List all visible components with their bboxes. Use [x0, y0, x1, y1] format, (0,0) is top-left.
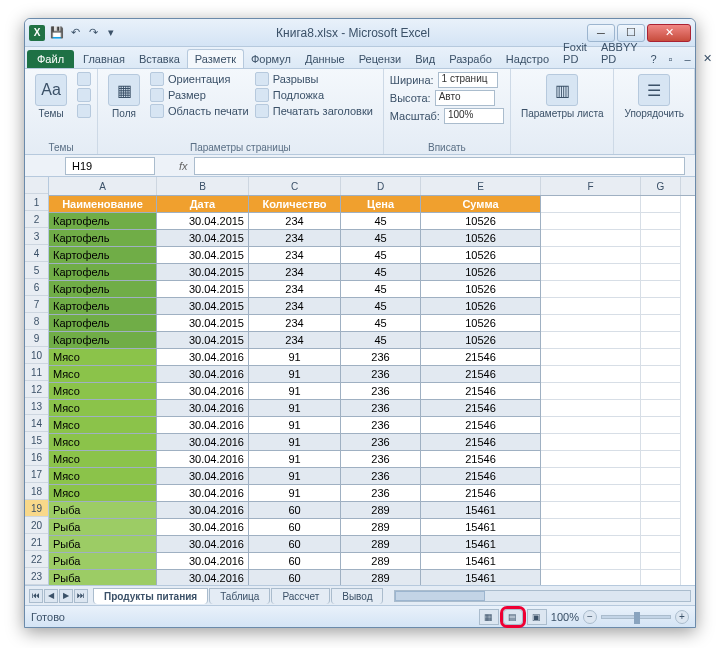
zoom-slider[interactable] — [601, 615, 671, 619]
sheet-tab[interactable]: Продукты питания — [93, 588, 208, 604]
cell[interactable]: 289 — [341, 570, 421, 585]
empty-cell[interactable] — [641, 553, 681, 570]
cell[interactable]: 30.04.2016 — [157, 417, 249, 434]
tab-file[interactable]: Файл — [27, 50, 74, 68]
cell[interactable]: 91 — [249, 468, 341, 485]
scale-input[interactable]: 100% — [444, 108, 504, 124]
empty-cell[interactable] — [641, 213, 681, 230]
column-header-D[interactable]: D — [341, 177, 421, 195]
breaks-button[interactable]: Разрывы — [255, 72, 373, 86]
cell[interactable]: 236 — [341, 468, 421, 485]
column-header-G[interactable]: G — [641, 177, 681, 195]
cell[interactable]: 234 — [249, 332, 341, 349]
row-header-22[interactable]: 22 — [25, 551, 48, 568]
height-input[interactable]: Авто — [435, 90, 495, 106]
cell[interactable]: 30.04.2016 — [157, 468, 249, 485]
cell[interactable]: 30.04.2016 — [157, 553, 249, 570]
empty-cell[interactable] — [541, 502, 641, 519]
empty-cell[interactable] — [641, 264, 681, 281]
cell[interactable]: Картофель — [49, 213, 157, 230]
empty-cell[interactable] — [541, 468, 641, 485]
cell[interactable]: Картофель — [49, 247, 157, 264]
cell[interactable]: 15461 — [421, 502, 541, 519]
cell[interactable]: Мясо — [49, 485, 157, 502]
cell[interactable]: 45 — [341, 315, 421, 332]
view-normal-button[interactable]: ▦ — [479, 609, 499, 625]
cell[interactable]: 234 — [249, 281, 341, 298]
zoom-thumb[interactable] — [634, 612, 640, 624]
cell[interactable]: 30.04.2016 — [157, 451, 249, 468]
cell[interactable]: 30.04.2016 — [157, 502, 249, 519]
tab-формул[interactable]: Формул — [244, 50, 298, 68]
sheet-nav-last-icon[interactable]: ⏭ — [74, 589, 88, 603]
cell[interactable]: 289 — [341, 519, 421, 536]
cell[interactable]: 234 — [249, 298, 341, 315]
cell[interactable]: 234 — [249, 247, 341, 264]
tab-главная[interactable]: Главная — [76, 50, 132, 68]
cell[interactable]: 91 — [249, 383, 341, 400]
cell[interactable]: 236 — [341, 417, 421, 434]
empty-cell[interactable] — [641, 281, 681, 298]
empty-cell[interactable] — [541, 400, 641, 417]
row-header-7[interactable]: 7 — [25, 296, 48, 313]
cell[interactable]: 91 — [249, 485, 341, 502]
empty-cell[interactable] — [641, 434, 681, 451]
cell[interactable]: 10526 — [421, 332, 541, 349]
empty-cell[interactable] — [541, 553, 641, 570]
row-header-20[interactable]: 20 — [25, 517, 48, 534]
empty-cell[interactable] — [541, 332, 641, 349]
empty-cell[interactable] — [641, 349, 681, 366]
cell[interactable]: 45 — [341, 332, 421, 349]
scroll-thumb[interactable] — [395, 591, 485, 601]
empty-cell[interactable] — [641, 298, 681, 315]
zoom-out-button[interactable]: − — [583, 610, 597, 624]
view-page-layout-button[interactable]: ▤ — [503, 609, 523, 625]
table-header-cell[interactable]: Наименование — [49, 196, 157, 213]
cell[interactable]: Картофель — [49, 281, 157, 298]
cell[interactable]: 236 — [341, 349, 421, 366]
cell[interactable]: 30.04.2015 — [157, 247, 249, 264]
horizontal-scrollbar[interactable] — [394, 590, 691, 602]
cell[interactable]: 45 — [341, 213, 421, 230]
cell[interactable]: 236 — [341, 383, 421, 400]
empty-cell[interactable] — [641, 451, 681, 468]
cell[interactable]: 30.04.2016 — [157, 400, 249, 417]
redo-icon[interactable]: ↷ — [85, 25, 101, 41]
tab-foxit pd[interactable]: Foxit PD — [556, 38, 594, 68]
empty-cell[interactable] — [541, 247, 641, 264]
cell[interactable]: 91 — [249, 434, 341, 451]
cell[interactable]: 289 — [341, 502, 421, 519]
empty-cell[interactable] — [541, 315, 641, 332]
orientation-button[interactable]: Ориентация — [150, 72, 249, 86]
cell[interactable]: 236 — [341, 400, 421, 417]
cell[interactable]: 21546 — [421, 366, 541, 383]
empty-cell[interactable] — [541, 196, 641, 213]
empty-cell[interactable] — [541, 349, 641, 366]
cell[interactable]: 91 — [249, 366, 341, 383]
empty-cell[interactable] — [541, 298, 641, 315]
row-header-13[interactable]: 13 — [25, 398, 48, 415]
empty-cell[interactable] — [641, 502, 681, 519]
row-header-23[interactable]: 23 — [25, 568, 48, 585]
cell[interactable]: Мясо — [49, 468, 157, 485]
row-header-6[interactable]: 6 — [25, 279, 48, 296]
margins-button[interactable]: ▦ Поля — [104, 72, 144, 121]
row-header-4[interactable]: 4 — [25, 245, 48, 262]
column-header-F[interactable]: F — [541, 177, 641, 195]
themes-button[interactable]: Aa Темы — [31, 72, 71, 121]
view-page-break-button[interactable]: ▣ — [527, 609, 547, 625]
sheet-tab[interactable]: Рассчет — [271, 588, 330, 604]
tab-рецензи[interactable]: Рецензи — [352, 50, 409, 68]
cell[interactable]: 15461 — [421, 536, 541, 553]
row-header-18[interactable]: 18 — [25, 483, 48, 500]
empty-cell[interactable] — [641, 383, 681, 400]
cell[interactable]: 236 — [341, 451, 421, 468]
tab-вставка[interactable]: Вставка — [132, 50, 187, 68]
empty-cell[interactable] — [641, 247, 681, 264]
cell[interactable]: 21546 — [421, 434, 541, 451]
empty-cell[interactable] — [641, 417, 681, 434]
table-header-cell[interactable]: Цена — [341, 196, 421, 213]
width-input[interactable]: 1 страниц — [438, 72, 498, 88]
print-area-button[interactable]: Область печати — [150, 104, 249, 118]
cell[interactable]: Рыба — [49, 570, 157, 585]
